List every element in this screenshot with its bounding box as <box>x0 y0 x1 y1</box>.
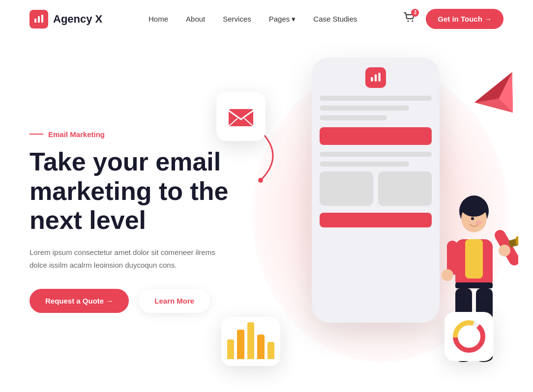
nav-home[interactable]: Home <box>148 15 168 23</box>
svg-point-3 <box>408 20 409 22</box>
svg-point-4 <box>412 20 414 22</box>
chart-bar-4 <box>257 335 264 359</box>
svg-rect-2 <box>41 15 43 23</box>
phone-section-box-1 <box>320 171 373 206</box>
svg-rect-21 <box>465 239 483 279</box>
nav-pages[interactable]: Pages ▾ <box>269 15 296 24</box>
chart-bar-1 <box>227 339 234 359</box>
logo[interactable]: Agency X <box>30 10 102 28</box>
phone-logo-box <box>365 67 386 88</box>
nav-services[interactable]: Services <box>223 15 251 23</box>
phone-bottom-section <box>320 171 432 206</box>
hero-tag-text: Email Marketing <box>48 130 105 139</box>
nav-actions: 3 Get in Touch → <box>403 9 503 29</box>
phone-red-bar-2 <box>320 213 432 227</box>
svg-rect-8 <box>229 109 253 126</box>
nav-about[interactable]: About <box>186 15 205 23</box>
floating-bar-chart-card <box>221 317 280 366</box>
svg-point-36 <box>476 221 482 224</box>
learn-more-button[interactable]: Learn More <box>139 289 210 313</box>
phone-line-3 <box>320 115 387 120</box>
get-in-touch-button[interactable]: Get in Touch → <box>426 9 503 29</box>
tag-line-decoration <box>30 134 43 135</box>
hero-section: Email Marketing Take your email marketin… <box>0 38 533 391</box>
chart-bar-3 <box>247 322 254 359</box>
phone-line-1 <box>320 96 432 101</box>
phone-line-5 <box>320 162 409 167</box>
logo-icon <box>30 10 48 28</box>
hero-description: Lorem ipsum consectetur amet dolor sit c… <box>30 246 226 271</box>
svg-rect-5 <box>371 77 373 82</box>
svg-rect-1 <box>38 16 40 23</box>
svg-point-28 <box>442 269 453 281</box>
phone-red-bar-1 <box>320 127 432 145</box>
phone-line-4 <box>320 152 432 157</box>
envelope-icon <box>226 102 256 131</box>
brand-name: Agency X <box>53 13 102 26</box>
svg-rect-7 <box>378 73 380 81</box>
svg-point-27 <box>499 245 510 256</box>
hero-buttons: Request a Quote → Learn More <box>30 289 266 313</box>
paper-plane-decoration <box>470 72 523 123</box>
svg-rect-22 <box>455 282 493 288</box>
navbar: Agency X Home About Services Pages ▾ Cas… <box>0 0 533 38</box>
floating-donut-chart-card <box>444 312 494 361</box>
hero-content: Email Marketing Take your email marketin… <box>30 130 266 313</box>
hero-title: Take your email marketing to the next le… <box>30 147 266 235</box>
chevron-down-icon: ▾ <box>292 15 296 24</box>
phone-line-2 <box>320 106 409 111</box>
svg-rect-0 <box>34 19 36 23</box>
nav-links: Home About Services Pages ▾ Case Studies <box>148 15 357 24</box>
floating-envelope-card <box>216 92 266 141</box>
chart-bar-5 <box>267 342 274 359</box>
phone-logo-area <box>320 67 432 88</box>
svg-rect-6 <box>375 74 377 81</box>
svg-point-35 <box>471 217 474 220</box>
chart-bar-2 <box>237 330 244 359</box>
cart-badge: 3 <box>411 9 419 17</box>
request-quote-button[interactable]: Request a Quote → <box>30 289 129 313</box>
donut-chart <box>452 319 486 354</box>
cart-button[interactable]: 3 <box>403 12 416 27</box>
svg-point-19 <box>461 199 487 217</box>
nav-case-studies[interactable]: Case Studies <box>313 15 357 23</box>
